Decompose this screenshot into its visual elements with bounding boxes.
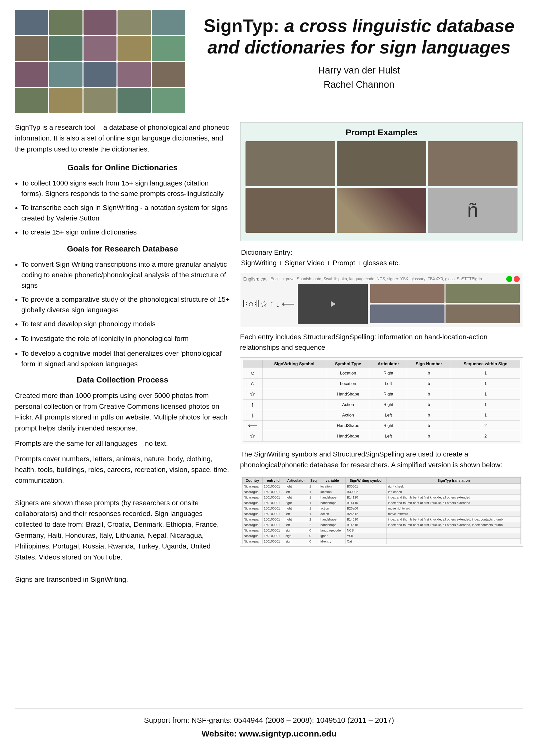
- db-country: Nicaragua: [242, 522, 262, 527]
- db-entry: 150100001: [262, 522, 284, 527]
- db-var: handshape: [319, 522, 346, 527]
- sss-sw-symbol: [262, 368, 326, 379]
- sss-table: SignWriting Symbol Symbol Type Articulat…: [243, 360, 520, 442]
- db-var: handshape: [319, 516, 346, 522]
- sss-sign-symbol: ↑: [243, 400, 262, 410]
- header: SignTyp: a cross linguistic database and…: [15, 10, 523, 113]
- db-entry: 150100001: [262, 533, 284, 538]
- db-sw: B14610: [346, 516, 387, 522]
- sss-row: ☆ HandShape Left b 2: [243, 431, 520, 442]
- sss-sign-symbol: ↓: [243, 410, 262, 420]
- list-item: To develop a cognitive model that genera…: [15, 348, 230, 369]
- face-image: [15, 88, 48, 113]
- db-row: Nicaragua 150100001 right 2 handshape B1…: [242, 516, 521, 522]
- db-sw: B14110: [346, 495, 387, 500]
- db-seq: 2: [308, 522, 319, 527]
- dict-body: 𝄆○𝄇☆↑↓⟵: [243, 284, 520, 324]
- sss-col-symbol: [243, 360, 262, 368]
- sss-artic: Right: [370, 368, 407, 379]
- db-col-entry: entry id: [262, 477, 284, 483]
- face-image: [15, 10, 48, 35]
- goals-dictionaries-heading: Goals for Online Dictionaries: [15, 161, 230, 174]
- db-sw: B26a12: [346, 511, 387, 516]
- goals-research-heading: Goals for Research Database: [15, 243, 230, 255]
- sss-sw-symbol: [262, 400, 326, 410]
- db-row: Nicaragua 150100001 left 2 handshape B14…: [242, 522, 521, 527]
- list-item: To test and develop sign phonology model…: [15, 319, 230, 330]
- db-col-country: Country: [242, 477, 262, 483]
- db-country: Nicaragua: [242, 489, 262, 495]
- sss-sign-num: b: [407, 379, 451, 389]
- signer-video: [298, 284, 368, 324]
- website-text: Website: www.signtyp.uconn.edu: [15, 727, 523, 741]
- prompt-image: [337, 188, 426, 233]
- db-row: Nicaragua 150100001 right 1 handshape B1…: [242, 495, 521, 500]
- sss-seq: 2: [451, 431, 520, 442]
- dict-prompt-images: [370, 284, 520, 324]
- db-table-container: Country entry id Articulator Seq variabl…: [240, 475, 523, 547]
- face-image: [118, 10, 151, 35]
- prompt-thumb: [446, 284, 520, 303]
- face-image: [49, 10, 82, 35]
- db-country: Nicaragua: [242, 516, 262, 522]
- db-row: Nicaragua 150100001 right 1 location B30…: [242, 483, 521, 489]
- list-item: To convert Sign Writing transcriptions i…: [15, 259, 230, 291]
- db-row: Nicaragua 150100001 right 1 handshape B1…: [242, 500, 521, 506]
- title-signtyp: SignTyp:: [204, 16, 280, 36]
- db-row: Nicaragua 150100001 sign 0 languagecode …: [242, 527, 521, 533]
- db-artic: left: [284, 522, 308, 527]
- sss-row: ↑ Action Right b 1: [243, 400, 520, 410]
- header-title: SignTyp: a cross linguistic database and…: [195, 10, 523, 92]
- red-icon: [514, 276, 520, 282]
- sss-type: HandShape: [326, 431, 370, 442]
- db-var: id-entry: [319, 538, 346, 544]
- sss-row: ↓ Action Left b 1: [243, 410, 520, 420]
- db-country: Nicaragua: [242, 506, 262, 511]
- db-trans: move leftward: [387, 511, 520, 516]
- sss-seq: 1: [451, 410, 520, 420]
- db-sw: B14110: [346, 500, 387, 506]
- db-var: igner: [319, 533, 346, 538]
- header-image-grid: [15, 10, 185, 113]
- sss-col-artic: Articulator: [370, 360, 407, 368]
- db-sw: YSK: [346, 533, 387, 538]
- db-artic: sign: [284, 533, 308, 538]
- main-content: SignTyp is a research tool – a database …: [15, 122, 523, 696]
- data-para2: Prompts are the same for all languages –…: [15, 438, 230, 449]
- db-seq: 2: [308, 516, 319, 522]
- db-seq: 0: [308, 538, 319, 544]
- sss-artic: Left: [370, 431, 407, 442]
- face-image: [83, 36, 117, 61]
- sss-sw-symbol: [262, 389, 326, 400]
- db-entry: 150100001: [262, 500, 284, 506]
- sss-type: HandShape: [326, 389, 370, 400]
- face-image: [49, 62, 82, 87]
- db-var: handshape: [319, 500, 346, 506]
- db-trans: [387, 538, 520, 544]
- list-item: To collect 1000 signs each from 15+ sign…: [15, 178, 230, 199]
- db-artic: right: [284, 506, 308, 511]
- goals-dictionaries-list: To collect 1000 signs each from 15+ sign…: [15, 178, 230, 238]
- db-trans: index and thumb bent at first knuckle, a…: [387, 495, 520, 500]
- db-country: Nicaragua: [242, 495, 262, 500]
- goals-research-list: To convert Sign Writing transcriptions i…: [15, 259, 230, 369]
- db-sw: NCS: [346, 527, 387, 533]
- sss-sign-symbol: ☆: [243, 389, 262, 400]
- db-artic: left: [284, 511, 308, 516]
- db-trans: left cheek: [387, 489, 520, 495]
- data-para1: Created more than 1000 prompts using ove…: [15, 390, 230, 434]
- prompt-image: [428, 141, 517, 186]
- sss-row: ⟵ HandShape Right b 2: [243, 420, 520, 431]
- prompt-image-grid: ñ: [245, 141, 517, 233]
- sss-sign-num: b: [407, 400, 451, 410]
- db-row: Nicaragua 150100001 left 1 location B300…: [242, 489, 521, 495]
- db-entry: 150100001: [262, 511, 284, 516]
- prompt-image: [245, 141, 335, 186]
- db-entry: 150100001: [262, 527, 284, 533]
- db-seq: 1: [308, 506, 319, 511]
- intro-text: SignTyp is a research tool – a database …: [15, 122, 230, 154]
- db-artic: left: [284, 489, 308, 495]
- db-trans: index and thumb bent at first knuckle, a…: [387, 522, 520, 527]
- db-artic: right: [284, 495, 308, 500]
- page: SignTyp: a cross linguistic database and…: [0, 0, 538, 756]
